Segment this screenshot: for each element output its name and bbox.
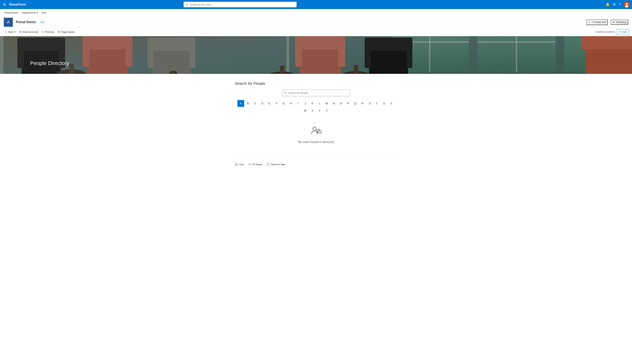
new-button[interactable]: ＋ New ▾ [3, 29, 17, 35]
alpha-letter-k[interactable]: K [309, 100, 316, 107]
alpha-letter-x[interactable]: X [309, 107, 316, 114]
hero-overlay [0, 36, 632, 74]
alpha-letter-w[interactable]: W [302, 107, 309, 114]
promote-button[interactable]: ◁ Promote [40, 29, 56, 35]
alpha-letter-o[interactable]: O [338, 100, 344, 107]
alpha-letter-r[interactable]: R [359, 100, 366, 107]
secondary-navigation: Portal Demo Departments ▾ Edit [0, 9, 632, 16]
star-icon: ★ [612, 21, 615, 24]
published-date: Published 8/8/2019 [596, 31, 615, 33]
help-icon[interactable]: ? [619, 3, 621, 6]
global-search [184, 2, 296, 7]
alpha-letter-l[interactable]: L [316, 100, 323, 107]
alpha-letter-u[interactable]: U [381, 100, 388, 107]
search-icon [284, 92, 286, 94]
toolbar-right: Published 8/8/2019 ✏ Edit [596, 29, 629, 35]
site-header-right: ＋ + Create site ★ Following [586, 20, 628, 25]
save-for-later-button[interactable]: Save for later [267, 163, 285, 166]
alpha-letter-m[interactable]: M [323, 100, 330, 107]
hero-banner: People Directory [0, 36, 632, 74]
alpha-letter-z[interactable]: Z [323, 107, 330, 114]
send-by-email-button[interactable]: ✉ Send by email [18, 29, 40, 35]
avatar[interactable] [624, 2, 630, 8]
alpha-letter-e[interactable]: E [266, 100, 273, 107]
alpha-letter-p[interactable]: P [345, 100, 352, 107]
alpha-letter-q[interactable]: Q [352, 100, 359, 107]
alpha-letter-j[interactable]: J [302, 100, 309, 107]
alpha-letter-c[interactable]: C [252, 100, 258, 107]
alpha-letter-y[interactable]: Y [316, 107, 323, 114]
svg-point-4 [8, 21, 9, 22]
page-toolbar: ＋ New ▾ ✉ Send by email ◁ Promote ⚙ Page… [0, 28, 632, 36]
hero-title: People Directory [30, 60, 69, 66]
nav-item-departments[interactable]: Departments ▾ [20, 9, 40, 16]
edit-icon: ✏ [619, 30, 621, 33]
search-people-input[interactable] [282, 90, 350, 96]
create-site-button[interactable]: ＋ + Create site [586, 20, 608, 25]
following-button[interactable]: ★ Following [611, 20, 628, 25]
alphabet-navigation: ABCDEFGHIJKLMNOPQRSTUVWXYZ [235, 100, 397, 114]
plus-icon: ＋ [588, 20, 591, 24]
svg-point-51 [250, 164, 250, 164]
no-users-icon [310, 125, 322, 137]
plus-icon: ＋ [4, 30, 7, 34]
alpha-letter-f[interactable]: F [273, 100, 280, 107]
app-brand: SharePoint [9, 3, 26, 6]
like-icon [235, 163, 238, 166]
alpha-letter-b[interactable]: B [244, 100, 251, 107]
svg-line-50 [321, 133, 322, 134]
chevron-down-icon: ▾ [37, 11, 38, 14]
alpha-letter-g[interactable]: G [280, 100, 287, 107]
section-title: Search for People [235, 82, 397, 86]
top-navigation: ⊞ SharePoint 🔔 ⚙ ? [0, 0, 632, 9]
svg-point-1 [626, 3, 628, 5]
site-header-bar: Portal Demo Edit ＋ + Create site ★ Follo… [0, 16, 632, 28]
alpha-letter-t[interactable]: T [374, 100, 380, 107]
waffle-icon[interactable]: ⊞ [2, 2, 6, 7]
info-icon: ⚙ [58, 30, 60, 33]
page-footer: Like 43 Views Save for later [231, 159, 401, 170]
alpha-letter-n[interactable]: N [330, 100, 337, 107]
alpha-letter-s[interactable]: S [366, 100, 373, 107]
alpha-letter-v[interactable]: V [388, 100, 394, 107]
site-logo [4, 18, 13, 27]
no-users-text: No users found in directory [298, 140, 334, 144]
search-people-wrap [282, 90, 350, 96]
alpha-letter-d[interactable]: D [259, 100, 266, 107]
alpha-letter-h[interactable]: H [288, 100, 294, 107]
main-content: Search for People ABCDEFGHIJKLMNOPQRSTUV… [231, 74, 401, 159]
views-count: 43 Views [248, 163, 262, 166]
global-search-input[interactable] [184, 2, 296, 7]
alpha-letter-a[interactable]: A [238, 100, 244, 107]
nav-item-portal-demo[interactable]: Portal Demo [3, 9, 20, 16]
bookmark-icon [267, 163, 270, 166]
chevron-down-icon: ▾ [14, 30, 16, 33]
email-icon: ✉ [19, 30, 21, 33]
top-nav-right-actions: 🔔 ⚙ ? [606, 2, 630, 8]
svg-rect-3 [6, 20, 11, 25]
alpha-letter-i[interactable]: I [295, 100, 302, 107]
edit-page-button[interactable]: ✏ Edit [617, 29, 629, 35]
like-button[interactable]: Like [235, 163, 244, 166]
settings-icon[interactable]: ⚙ [613, 2, 616, 6]
views-icon [248, 163, 251, 166]
svg-point-2 [625, 5, 628, 8]
nav-item-edit[interactable]: Edit [40, 9, 48, 16]
page-details-button[interactable]: ⚙ Page details [56, 29, 76, 35]
no-users-section: No users found in directory [235, 122, 397, 151]
promote-icon: ◁ [42, 30, 44, 33]
svg-point-47 [313, 127, 316, 130]
notifications-icon[interactable]: 🔔 [606, 2, 610, 6]
site-edit-link[interactable]: Edit [40, 21, 44, 24]
site-title: Portal Demo [16, 20, 36, 24]
